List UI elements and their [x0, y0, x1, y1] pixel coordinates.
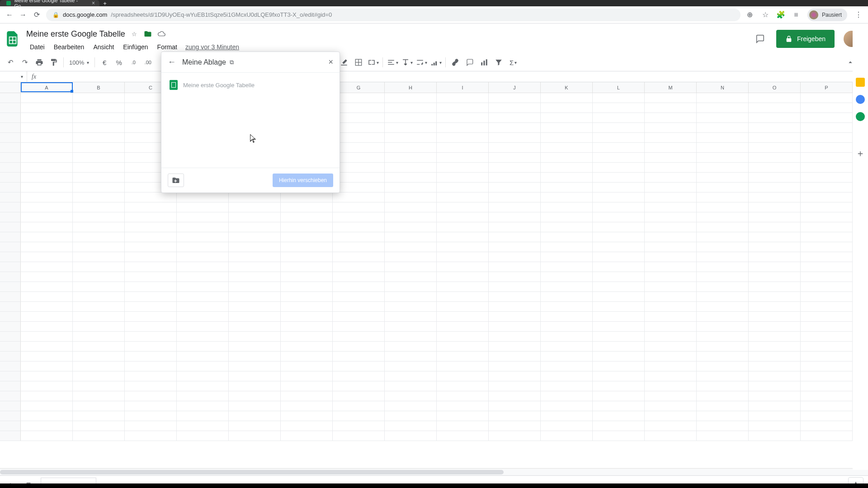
col-header-b[interactable]: B — [73, 82, 125, 93]
select-all-corner[interactable] — [0, 82, 21, 93]
browser-toolbar: ← → ⟳ 🔒 docs.google.com /spreadsheets/d/… — [0, 6, 868, 23]
col-header-i[interactable]: I — [437, 82, 489, 93]
borders-icon[interactable] — [352, 56, 365, 69]
sheets-file-icon — [170, 80, 178, 90]
menu-bearbeiten[interactable]: Bearbeiten — [50, 42, 88, 52]
currency-icon[interactable]: € — [98, 56, 111, 69]
star-icon[interactable]: ☆ — [761, 11, 769, 19]
filter-icon[interactable] — [492, 56, 505, 69]
cloud-status-icon[interactable] — [157, 29, 166, 38]
increase-decimal-icon[interactable]: .00 — [141, 56, 155, 69]
browser-tab-strip: Meine erste Google Tabelle - Go… × + — [0, 0, 868, 6]
menu-ansicht[interactable]: Ansicht — [90, 42, 118, 52]
crop-bottom — [0, 483, 868, 488]
col-header-p[interactable]: P — [801, 82, 853, 93]
contacts-icon[interactable] — [856, 112, 865, 121]
redo-icon[interactable]: ↷ — [18, 56, 32, 69]
reload-icon[interactable]: ⟳ — [33, 11, 41, 19]
col-header-m[interactable]: M — [645, 82, 697, 93]
toolbar: ↶ ↷ 100% ▾ € % .0 .00 ▾ ▾ ▾ ▾ ▾ Σ▾ — [0, 53, 868, 71]
link-icon[interactable] — [448, 56, 462, 69]
col-header-a[interactable]: A — [21, 82, 73, 93]
drive-item-label: Meine erste Google Tabelle — [183, 82, 255, 89]
addons-plus-icon[interactable]: ＋ — [856, 147, 865, 160]
last-edit-link[interactable]: zung vor 3 Minuten — [185, 43, 239, 51]
decrease-decimal-icon[interactable]: .0 — [127, 56, 140, 69]
share-button[interactable]: Freigeben — [776, 30, 835, 48]
zoom-value: 100% — [69, 59, 84, 66]
chevron-down-icon: ▾ — [87, 60, 89, 65]
paused-label: Pausiert — [822, 12, 842, 18]
scroll-thumb[interactable] — [0, 470, 504, 474]
column-headers: A B C D E F G H I J K L M N O P — [0, 82, 868, 93]
name-box[interactable]: ▾ — [0, 71, 27, 82]
address-bar[interactable]: 🔒 docs.google.com /spreadsheets/d/1D9UyO… — [46, 9, 741, 21]
browser-tab-title: Meine erste Google Tabelle - Go… — [14, 0, 88, 9]
comments-button[interactable] — [751, 30, 769, 48]
open-in-drive-icon[interactable]: ⧉ — [230, 59, 234, 66]
mini-avatar — [809, 10, 818, 19]
formula-bar: ▾ fx — [0, 71, 868, 82]
browser-tab[interactable]: Meine erste Google Tabelle - Go… × — [0, 0, 99, 6]
browser-menu-icon[interactable]: ⋮ — [854, 11, 863, 19]
dialog-title: Meine Ablage ⧉ — [182, 58, 234, 66]
chevron-down-icon: ▾ — [21, 74, 23, 79]
svg-rect-8 — [486, 59, 487, 66]
extensions-icon[interactable]: 🧩 — [777, 11, 785, 19]
col-header-k[interactable]: K — [541, 82, 593, 93]
paint-format-icon[interactable] — [47, 56, 61, 69]
merge-icon[interactable]: ▾ — [366, 56, 380, 69]
url-path: /spreadsheets/d/1D9UyOEq-wYuEB1tSqze5i1G… — [111, 11, 332, 18]
url-host: docs.google.com — [63, 11, 107, 18]
col-header-n[interactable]: N — [697, 82, 749, 93]
new-folder-button[interactable] — [168, 174, 184, 187]
menu-einfuegen[interactable]: Einfügen — [119, 42, 151, 52]
col-header-o[interactable]: O — [749, 82, 801, 93]
functions-icon[interactable]: Σ▾ — [506, 56, 520, 69]
menu-format[interactable]: Format — [154, 42, 181, 52]
profile-paused-chip[interactable]: Pausiert — [807, 9, 847, 21]
share-label: Freigeben — [797, 35, 826, 42]
rotate-icon[interactable]: ▾ — [429, 56, 443, 69]
star-outline-icon[interactable]: ☆ — [130, 29, 139, 38]
spreadsheet-grid[interactable]: A B C D E F G H I J K L M N O P — [0, 82, 868, 468]
close-tab-icon[interactable]: × — [92, 0, 95, 6]
move-here-button[interactable]: Hierhin verschieben — [273, 174, 333, 187]
wrap-icon[interactable]: ▾ — [415, 56, 428, 69]
halign-icon[interactable]: ▾ — [386, 56, 399, 69]
back-icon[interactable]: ← — [168, 57, 176, 67]
side-panel: ＋ — [853, 23, 868, 470]
keep-icon[interactable] — [856, 78, 865, 87]
sheets-favicon — [6, 1, 11, 5]
app-header: Meine erste Google Tabelle ☆ Datei Bearb… — [0, 23, 868, 53]
horizontal-scrollbar[interactable] — [0, 468, 868, 475]
menu-lines-icon[interactable]: ≡ — [792, 11, 800, 19]
svg-rect-6 — [481, 62, 483, 66]
valign-icon[interactable]: ▾ — [400, 56, 414, 69]
percent-icon[interactable]: % — [112, 56, 126, 69]
comment-icon[interactable] — [463, 56, 476, 69]
close-icon[interactable]: × — [328, 57, 333, 67]
drive-item-current-file[interactable]: Meine erste Google Tabelle — [161, 76, 340, 94]
tasks-icon[interactable] — [856, 95, 865, 104]
print-icon[interactable] — [33, 56, 46, 69]
col-header-g[interactable]: G — [333, 82, 385, 93]
move-dialog: ← Meine Ablage ⧉ × Meine erste Google Ta… — [161, 52, 340, 193]
chart-icon[interactable] — [477, 56, 491, 69]
zoom-icon[interactable]: ⊕ — [746, 11, 754, 19]
document-title[interactable]: Meine erste Google Tabelle — [26, 29, 125, 39]
col-header-l[interactable]: L — [593, 82, 645, 93]
svg-rect-7 — [484, 61, 485, 66]
menu-datei[interactable]: Datei — [26, 42, 48, 52]
col-header-h[interactable]: H — [385, 82, 437, 93]
col-header-j[interactable]: J — [489, 82, 541, 93]
undo-icon[interactable]: ↶ — [4, 56, 17, 69]
back-icon[interactable]: ← — [5, 11, 14, 19]
forward-icon[interactable]: → — [19, 11, 27, 19]
zoom-select[interactable]: 100% ▾ — [66, 59, 92, 66]
new-tab-button[interactable]: + — [99, 0, 110, 6]
fx-icon: fx — [27, 73, 41, 80]
move-folder-icon[interactable] — [143, 29, 152, 38]
sheets-logo[interactable] — [4, 30, 22, 48]
lock-icon: 🔒 — [52, 12, 59, 18]
